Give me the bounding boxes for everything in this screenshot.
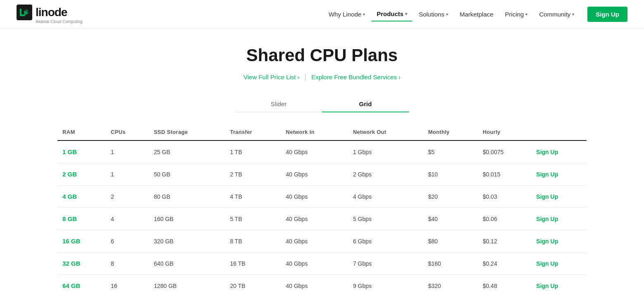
pricing-table: RAM CPUs SSD Storage Transfer Network In…	[57, 125, 587, 295]
signup-link[interactable]: Sign Up	[536, 193, 558, 200]
cell-network-in: 40 Gbps	[281, 275, 348, 295]
cell-ssd: 160 GB	[149, 208, 225, 230]
col-network-out: Network Out	[348, 125, 423, 140]
cell-hourly: $0.03	[478, 186, 532, 208]
nav-link-why-linode[interactable]: Why Linode ▾	[324, 7, 370, 21]
nav-link-solutions[interactable]: Solutions ▾	[414, 7, 453, 21]
chevron-down-icon: ▾	[363, 12, 365, 17]
signup-label: Sign Up	[596, 11, 619, 18]
nav-signup-button[interactable]: Sign Up	[587, 7, 627, 22]
cell-hourly: $0.06	[478, 208, 532, 230]
logo-area: linode Akamai Cloud Computing	[17, 5, 82, 24]
cell-signup[interactable]: Sign Up	[531, 163, 587, 186]
signup-link[interactable]: Sign Up	[536, 283, 558, 289]
signup-link[interactable]: Sign Up	[536, 216, 558, 222]
cell-ssd: 50 GB	[149, 163, 225, 186]
nav-item-solutions[interactable]: Solutions ▾	[414, 7, 453, 21]
nav-link-products[interactable]: Products ▾	[372, 7, 412, 21]
table-row: 2 GB 1 50 GB 2 TB 40 Gbps 2 Gbps $10 $0.…	[57, 163, 587, 186]
logo-sub: Akamai Cloud Computing	[36, 19, 82, 24]
table-row: 8 GB 4 160 GB 5 TB 40 Gbps 5 Gbps $40 $0…	[57, 208, 587, 230]
nav-item-products[interactable]: Products ▾	[372, 7, 412, 21]
cell-monthly: $10	[423, 163, 478, 186]
cell-network-out: 7 Gbps	[348, 252, 423, 275]
page-title: Shared CPU Plans	[57, 45, 587, 65]
main-content: Shared CPU Plans View Full Price List › …	[33, 29, 611, 295]
tab-grid[interactable]: Grid	[322, 96, 409, 112]
cell-ram: 8 GB	[57, 208, 106, 230]
cell-network-out: 1 Gbps	[348, 140, 423, 163]
signup-link[interactable]: Sign Up	[536, 260, 558, 267]
cell-transfer: 16 TB	[225, 252, 281, 275]
table-header-row: RAM CPUs SSD Storage Transfer Network In…	[57, 125, 587, 140]
nav-item-pricing[interactable]: Pricing ▾	[500, 7, 533, 21]
cell-ssd: 80 GB	[149, 186, 225, 208]
bundled-services-label: Explore Free Bundled Services	[311, 74, 397, 81]
links-row: View Full Price List › | Explore Free Bu…	[57, 73, 587, 81]
cell-transfer: 20 TB	[225, 275, 281, 295]
cell-cpus: 4	[106, 208, 149, 230]
nav-link-marketplace[interactable]: Marketplace	[455, 7, 499, 21]
cell-ram: 64 GB	[57, 275, 106, 295]
chevron-down-icon: ▾	[446, 12, 448, 17]
cell-signup[interactable]: Sign Up	[531, 208, 587, 230]
nav-link-pricing[interactable]: Pricing ▾	[500, 7, 533, 21]
cell-signup[interactable]: Sign Up	[531, 230, 587, 252]
view-price-list-label: View Full Price List	[243, 74, 296, 81]
cell-network-out: 9 Gbps	[348, 275, 423, 295]
cell-hourly: $0.015	[478, 163, 532, 186]
logo-icon	[17, 5, 32, 20]
col-action	[531, 125, 587, 140]
tabs-container: Slider Grid	[57, 96, 587, 112]
cell-network-in: 40 Gbps	[281, 230, 348, 252]
nav-item-why-linode[interactable]: Why Linode ▾	[324, 7, 370, 21]
navbar: linode Akamai Cloud Computing Why Linode…	[0, 0, 644, 29]
cell-monthly: $40	[423, 208, 478, 230]
nav-item-signup[interactable]: Sign Up	[581, 7, 627, 22]
cell-ram: 16 GB	[57, 230, 106, 252]
nav-item-community[interactable]: Community ▾	[534, 7, 579, 21]
nav-link-community[interactable]: Community ▾	[534, 7, 579, 21]
cell-cpus: 6	[106, 230, 149, 252]
cell-monthly: $20	[423, 186, 478, 208]
chevron-down-icon: ▾	[572, 12, 574, 17]
cell-network-out: 6 Gbps	[348, 230, 423, 252]
cell-transfer: 5 TB	[225, 208, 281, 230]
signup-link[interactable]: Sign Up	[536, 171, 558, 178]
cell-hourly: $0.24	[478, 252, 532, 275]
cell-signup[interactable]: Sign Up	[531, 275, 587, 295]
cell-signup[interactable]: Sign Up	[531, 140, 587, 163]
tab-slider[interactable]: Slider	[235, 96, 322, 112]
nav-label-marketplace: Marketplace	[460, 11, 494, 18]
table-row: 16 GB 6 320 GB 8 TB 40 Gbps 6 Gbps $80 $…	[57, 230, 587, 252]
cell-network-out: 2 Gbps	[348, 163, 423, 186]
col-ram: RAM	[57, 125, 106, 140]
bundled-services-link[interactable]: Explore Free Bundled Services ›	[311, 74, 401, 81]
cell-signup[interactable]: Sign Up	[531, 252, 587, 275]
cell-ram: 4 GB	[57, 186, 106, 208]
cell-transfer: 2 TB	[225, 163, 281, 186]
cell-network-in: 40 Gbps	[281, 252, 348, 275]
nav-label-why-linode: Why Linode	[329, 11, 361, 18]
nav-item-marketplace[interactable]: Marketplace	[455, 7, 499, 21]
cell-ssd: 25 GB	[149, 140, 225, 163]
col-cpus: CPUs	[106, 125, 149, 140]
cell-ram: 2 GB	[57, 163, 106, 186]
cell-monthly: $320	[423, 275, 478, 295]
signup-link[interactable]: Sign Up	[536, 238, 558, 245]
cell-signup[interactable]: Sign Up	[531, 186, 587, 208]
nav-label-pricing: Pricing	[505, 11, 524, 18]
table-header: RAM CPUs SSD Storage Transfer Network In…	[57, 125, 587, 140]
chevron-down-icon: ▾	[525, 12, 527, 17]
table-row: 4 GB 2 80 GB 4 TB 40 Gbps 4 Gbps $20 $0.…	[57, 186, 587, 208]
col-hourly: Hourly	[478, 125, 532, 140]
view-price-list-link[interactable]: View Full Price List ›	[243, 74, 299, 81]
cell-ssd: 640 GB	[149, 252, 225, 275]
cell-hourly: $0.48	[478, 275, 532, 295]
cell-monthly: $80	[423, 230, 478, 252]
signup-link[interactable]: Sign Up	[536, 149, 558, 155]
cell-hourly: $0.12	[478, 230, 532, 252]
chevron-down-icon: ▾	[405, 12, 407, 16]
cell-network-in: 40 Gbps	[281, 140, 348, 163]
cell-transfer: 1 TB	[225, 140, 281, 163]
